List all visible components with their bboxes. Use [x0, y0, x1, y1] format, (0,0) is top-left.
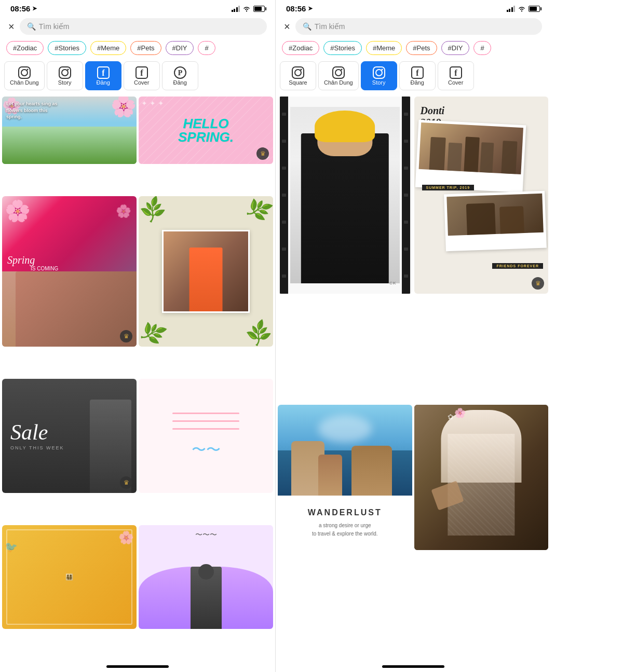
tags-row-right: #Zodiac #Stories #Meme #Pets #DIY # — [276, 39, 550, 59]
search-bar-left[interactable]: 🔍 Tìm kiếm — [20, 18, 267, 35]
tag-stories-left[interactable]: #Stories — [48, 41, 86, 55]
svg-rect-20 — [373, 67, 385, 78]
svg-point-22 — [381, 69, 383, 71]
tag-diy-left[interactable]: #DIY — [166, 41, 194, 55]
svg-text:f: f — [140, 68, 143, 77]
grid-item-spring-girl[interactable]: 🌸 🌸 Spring IS COMING ♛ — [2, 196, 137, 347]
ig-icon-chan-dung-right — [332, 66, 345, 79]
category-chan-dung-right[interactable]: Chân Dung — [318, 61, 359, 90]
cat-label-dang-right: Đăng — [411, 79, 424, 86]
time-right: 08:56 — [286, 4, 306, 13]
category-story-right[interactable]: Story — [361, 61, 397, 90]
premium-badge-spring-girl: ♛ — [120, 330, 132, 342]
tag-diy-right[interactable]: #DIY — [441, 41, 470, 55]
svg-text:P: P — [178, 69, 182, 77]
summer-trip-label: SUMMER TRIP, 2019 — [422, 185, 475, 190]
svg-text:f: f — [454, 68, 457, 77]
category-chan-dung-left[interactable]: Chân Dung — [4, 61, 45, 90]
category-square-right[interactable]: Square — [280, 61, 316, 90]
right-panel: 08:56 ➤ × 🔍 Tìm kiếm #Zodiac — [275, 0, 550, 672]
tag-meme-left[interactable]: #Meme — [90, 41, 126, 55]
svg-point-2 — [21, 70, 28, 76]
tags-row-left: #Zodiac #Stories #Meme #Pets #DIY # — [0, 39, 275, 59]
cat-label-chan-dung-right: Chân Dung — [324, 79, 353, 86]
category-dang-left[interactable]: f Đăng — [85, 61, 121, 90]
grid-item-hello-spring[interactable]: ✦ ✦ ✦ ✦ ✦ HELLO SPRING. ♛ — [139, 97, 273, 164]
hello-spring-text: HELLO SPRING. — [178, 117, 234, 144]
grid-item-film-man[interactable]: CK — [278, 97, 412, 294]
tag-pets-left[interactable]: #Pets — [130, 41, 161, 55]
svg-point-18 — [335, 70, 342, 76]
time-left: 08:56 — [10, 4, 30, 13]
categories-right: Square Chân Dung Story f Đăng — [276, 59, 550, 94]
search-bar-right[interactable]: 🔍 Tìm kiếm — [295, 18, 542, 35]
signal-icon-right — [507, 6, 516, 12]
tag-more-left[interactable]: # — [198, 41, 215, 55]
signal-icon-left — [232, 6, 240, 12]
svg-point-3 — [26, 69, 28, 71]
svg-rect-1 — [19, 67, 30, 78]
svg-rect-17 — [333, 67, 344, 78]
status-icons-left — [232, 6, 265, 12]
tag-zodiac-right[interactable]: #Zodiac — [282, 41, 319, 55]
header-right: × 🔍 Tìm kiếm — [276, 15, 550, 39]
location-icon-right: ➤ — [308, 5, 313, 12]
grid-item-blue-squiggle[interactable]: 〜〜〜 — [139, 525, 273, 629]
svg-point-0 — [246, 10, 247, 11]
home-indicator-right — [382, 665, 444, 668]
grid-item-sale[interactable]: Sale ONLY THIS WEEK ♛ — [2, 379, 137, 493]
grid-item-spring-landscape[interactable]: 🌸 🌸 Let your hearts sing as flowers bloo… — [2, 97, 137, 164]
wanderlust-title: WANDERLUST — [308, 508, 382, 517]
svg-point-15 — [295, 70, 301, 76]
close-button-left[interactable]: × — [8, 21, 15, 32]
location-icon-left: ➤ — [32, 5, 37, 12]
cat-label-story-left: Story — [58, 79, 72, 86]
cat-label-cover-right: Cover — [448, 79, 463, 86]
battery-icon-right — [529, 6, 540, 12]
category-cover-left[interactable]: f Cover — [124, 61, 160, 90]
ck-logo: CK — [389, 281, 397, 285]
tag-zodiac-left[interactable]: #Zodiac — [6, 41, 44, 55]
ig-icon-story-left — [58, 66, 72, 79]
status-bar-right: 08:56 ➤ — [276, 0, 550, 15]
tag-stories-right[interactable]: #Stories — [323, 41, 362, 55]
svg-point-5 — [62, 70, 68, 76]
grid-item-pink-strips[interactable]: 〜〜 — [139, 379, 273, 493]
premium-badge-hello-spring: ♛ — [256, 147, 269, 160]
grid-item-wedding[interactable]: 🌸 ✿ — [414, 405, 549, 550]
svg-point-13 — [521, 10, 522, 11]
svg-point-19 — [341, 69, 342, 71]
grid-item-plants-man[interactable]: 🌿 🌿 🌿 🌿 — [139, 196, 273, 347]
fb-icon-cover-right: f — [449, 66, 463, 79]
category-dang-right[interactable]: f Đăng — [399, 61, 436, 90]
svg-text:f: f — [416, 68, 419, 77]
cat-label-chan-dung-left: Chân Dung — [10, 79, 39, 86]
header-left: × 🔍 Tìm kiếm — [0, 15, 275, 39]
grid-item-wanderlust[interactable]: WANDERLUST a strong desire or urgeto tra… — [278, 405, 412, 550]
ig-icon-chan-dung — [18, 66, 31, 79]
category-story-left[interactable]: Story — [47, 61, 83, 90]
grid-item-chinese-family[interactable]: 👨‍👩‍👧‍👦 🌸 🐦 — [2, 525, 137, 629]
wifi-icon-right — [518, 6, 526, 12]
svg-rect-14 — [292, 67, 304, 78]
ig-icon-story-right — [372, 66, 386, 79]
svg-point-6 — [67, 69, 69, 71]
wifi-icon-left — [242, 6, 251, 12]
home-indicator-left — [106, 665, 169, 668]
wanderlust-subtitle: a strong desire or urgeto travel & explo… — [312, 522, 378, 538]
status-bar-left: 08:56 ➤ — [0, 0, 275, 15]
category-cover-right[interactable]: f Cover — [438, 61, 474, 90]
premium-badge-collage: ♛ — [532, 277, 544, 290]
cat-label-dang-left: Đăng — [97, 79, 110, 86]
svg-point-21 — [376, 70, 382, 76]
search-icon-left: 🔍 — [27, 22, 36, 31]
friends-forever-label: FRIENDS FOREVER — [492, 263, 543, 269]
tag-pets-right[interactable]: #Pets — [406, 41, 437, 55]
categories-left: Chân Dung Story f Đăng f Cover — [0, 59, 275, 94]
tag-meme-right[interactable]: #Meme — [366, 41, 402, 55]
category-dang2-left[interactable]: P Đăng — [162, 61, 198, 90]
grid-item-polaroid-collage[interactable]: Donti2019 SUMMER TRIP, 2019 — [414, 97, 549, 294]
tag-more-right[interactable]: # — [473, 41, 491, 55]
cat-label-square-right: Square — [289, 79, 307, 86]
close-button-right[interactable]: × — [284, 21, 290, 32]
